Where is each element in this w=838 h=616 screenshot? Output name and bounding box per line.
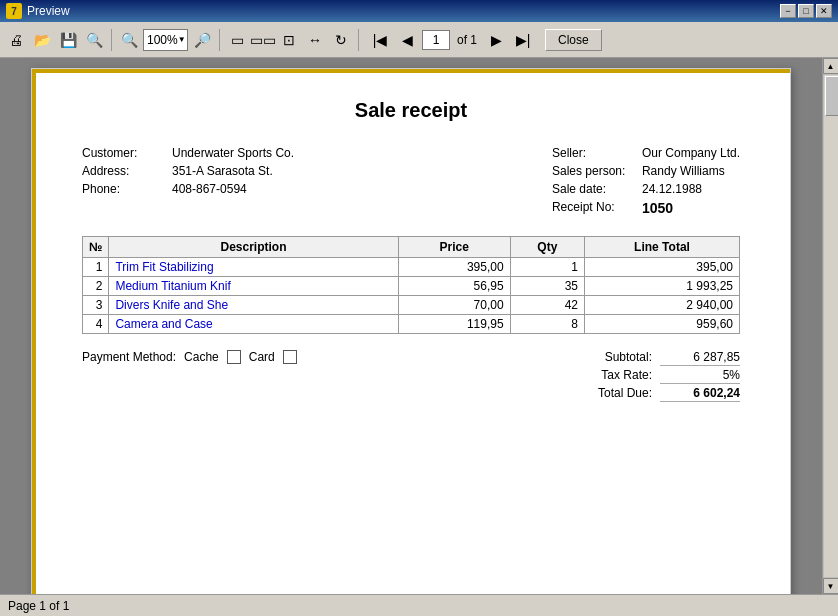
phone-label: Phone: (82, 182, 172, 196)
col-num-header: № (83, 237, 109, 258)
scroll-thumb[interactable] (825, 76, 839, 116)
customer-label: Customer: (82, 146, 172, 160)
saledate-value: 24.12.1988 (642, 182, 702, 196)
saledate-row: Sale date: 24.12.1988 (552, 182, 740, 196)
col-price-header: Price (398, 237, 510, 258)
taxrate-label: Tax Rate: (560, 368, 660, 384)
zoom-dropdown-arrow[interactable]: ▼ (178, 35, 186, 44)
save-button[interactable]: 💾 (56, 28, 80, 52)
open-button[interactable]: 📂 (30, 28, 54, 52)
col-qty-header: Qty (510, 237, 584, 258)
totaldue-value: 6 602,24 (660, 386, 740, 402)
address-value: 351-A Sarasota St. (172, 164, 273, 178)
bottom-section: Payment Method: Cache Card Subtotal: 6 2… (82, 350, 740, 402)
col-total-header: Line Total (585, 237, 740, 258)
salesperson-row: Sales person: Randy Williams (552, 164, 740, 178)
seller-value: Our Company Ltd. (642, 146, 740, 160)
cell-desc: Divers Knife and She (109, 296, 398, 315)
table-row: 3 Divers Knife and She 70,00 42 2 940,00 (83, 296, 740, 315)
cell-desc: Camera and Case (109, 315, 398, 334)
payment-method-label: Payment Method: (82, 350, 176, 364)
subtotal-row: Subtotal: 6 287,85 (560, 350, 740, 366)
rotate-button[interactable]: ↻ (329, 28, 353, 52)
phone-value: 408-867-0594 (172, 182, 247, 196)
scroll-down-arrow[interactable]: ▼ (823, 578, 839, 594)
two-page-button[interactable]: ▭▭ (251, 28, 275, 52)
close-button[interactable]: ✕ (816, 4, 832, 18)
fit-width-button[interactable]: ↔ (303, 28, 327, 52)
fit-page-button[interactable]: ⊡ (277, 28, 301, 52)
main-area: Sale receipt Customer: Underwater Sports… (0, 58, 838, 594)
totals-section: Subtotal: 6 287,85 Tax Rate: 5% Total Du… (560, 350, 740, 402)
zoom-out-button[interactable]: 🔍 (117, 28, 141, 52)
salesperson-value: Randy Williams (642, 164, 725, 178)
separator-1 (111, 29, 112, 51)
card-checkbox[interactable] (283, 350, 297, 364)
separator-2 (219, 29, 220, 51)
totaldue-label: Total Due: (560, 386, 660, 402)
cell-price: 70,00 (398, 296, 510, 315)
last-page-button[interactable]: ▶| (511, 28, 535, 52)
cell-num: 2 (83, 277, 109, 296)
receiptno-label: Receipt No: (552, 200, 642, 216)
cell-num: 4 (83, 315, 109, 334)
cell-num: 1 (83, 258, 109, 277)
totaldue-row: Total Due: 6 602,24 (560, 386, 740, 402)
title-bar: 7 Preview − □ ✕ (0, 0, 838, 22)
cell-price: 119,95 (398, 315, 510, 334)
single-page-button[interactable]: ▭ (225, 28, 249, 52)
zoom-value: 100% (147, 33, 178, 47)
page-navigation: |◀ ◀ of 1 ▶ ▶| (368, 28, 535, 52)
zoom-input[interactable]: 100% ▼ (143, 29, 188, 51)
address-label: Address: (82, 164, 172, 178)
zoom-control: 100% ▼ (143, 29, 188, 51)
cell-price: 56,95 (398, 277, 510, 296)
document-viewer[interactable]: Sale receipt Customer: Underwater Sports… (0, 58, 822, 594)
find-button[interactable]: 🔍 (82, 28, 106, 52)
payment-method: Payment Method: Cache Card (82, 350, 297, 364)
subtotal-label: Subtotal: (560, 350, 660, 366)
first-page-button[interactable]: |◀ (368, 28, 392, 52)
cell-total: 2 940,00 (585, 296, 740, 315)
status-text: Page 1 of 1 (8, 599, 69, 613)
minimize-button[interactable]: − (780, 4, 796, 18)
title-bar-left: 7 Preview (6, 3, 70, 19)
right-scrollbar[interactable]: ▲ ▼ (822, 58, 838, 594)
receipt-paper: Sale receipt Customer: Underwater Sports… (31, 68, 791, 594)
seller-label: Seller: (552, 146, 642, 160)
page-of-text: of 1 (457, 33, 477, 47)
cell-total: 1 993,25 (585, 277, 740, 296)
cache-checkbox[interactable] (227, 350, 241, 364)
scroll-up-arrow[interactable]: ▲ (823, 58, 839, 74)
receipt-title: Sale receipt (82, 99, 740, 122)
taxrate-row: Tax Rate: 5% (560, 368, 740, 384)
print-button[interactable]: 🖨 (4, 28, 28, 52)
receiptno-value: 1050 (642, 200, 673, 216)
cell-qty: 8 (510, 315, 584, 334)
toolbar: 🖨 📂 💾 🔍 🔍 100% ▼ 🔎 ▭ ▭▭ ⊡ ↔ ↻ |◀ ◀ of 1 … (0, 22, 838, 58)
next-page-button[interactable]: ▶ (484, 28, 508, 52)
separator-3 (358, 29, 359, 51)
page-number-input[interactable] (422, 30, 450, 50)
seller-row: Seller: Our Company Ltd. (552, 146, 740, 160)
address-row: Address: 351-A Sarasota St. (82, 164, 294, 178)
status-bar: Page 1 of 1 (0, 594, 838, 616)
close-preview-button[interactable]: Close (545, 29, 602, 51)
info-left: Customer: Underwater Sports Co. Address:… (82, 146, 294, 216)
title-bar-buttons: − □ ✕ (780, 4, 832, 18)
cell-num: 3 (83, 296, 109, 315)
card-label: Card (249, 350, 275, 364)
app-icon: 7 (6, 3, 22, 19)
cell-qty: 1 (510, 258, 584, 277)
subtotal-value: 6 287,85 (660, 350, 740, 366)
zoom-in-button[interactable]: 🔎 (190, 28, 214, 52)
info-section: Customer: Underwater Sports Co. Address:… (82, 146, 740, 216)
maximize-button[interactable]: □ (798, 4, 814, 18)
customer-row: Customer: Underwater Sports Co. (82, 146, 294, 160)
prev-page-button[interactable]: ◀ (395, 28, 419, 52)
phone-row: Phone: 408-867-0594 (82, 182, 294, 196)
items-table: № Description Price Qty Line Total 1 Tri… (82, 236, 740, 334)
customer-value: Underwater Sports Co. (172, 146, 294, 160)
info-right: Seller: Our Company Ltd. Sales person: R… (552, 146, 740, 216)
col-desc-header: Description (109, 237, 398, 258)
